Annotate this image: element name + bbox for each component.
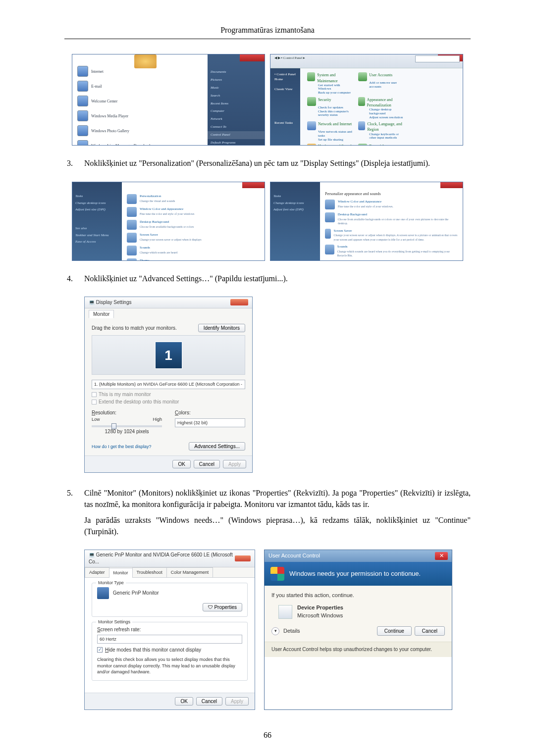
side-item: Documents (208, 68, 265, 76)
item-title: Sounds (337, 245, 458, 250)
ok-button[interactable]: OK (172, 460, 190, 468)
identify-monitors-button[interactable]: Identify Monitors (198, 324, 245, 332)
step-text: Ja parādās uzraksts "Windows needs…" (Wi… (84, 515, 471, 537)
monitor-name: Generic PnP Monitor (113, 590, 159, 597)
side-item: Tasks (273, 194, 317, 199)
item-icon (127, 194, 137, 204)
side-item: Ease of Access (75, 240, 119, 245)
cancel-button[interactable]: Cancel (194, 460, 220, 468)
advanced-settings-button[interactable]: Advanced Settings... (189, 442, 245, 451)
program-icon (77, 96, 88, 106)
item-title: Desktop Background (338, 212, 458, 217)
screenshot-personalization-panel: Tasks Change desktop icons Adjust font s… (270, 182, 463, 261)
cp-classic-view: Classic View (274, 87, 293, 91)
side-item: Adjust font size (DPI) (75, 207, 119, 212)
close-icon[interactable] (230, 299, 248, 305)
screenshot-appearance-panel: Tasks Change desktop icons Adjust font s… (72, 182, 265, 261)
side-item: Search (208, 92, 265, 100)
appearance-sidebar: Tasks Change desktop icons Adjust font s… (72, 182, 122, 260)
group-legend: Monitor Type (96, 580, 126, 586)
ok-button[interactable]: OK (175, 697, 193, 706)
help-link[interactable]: How do I get the best display? (92, 444, 152, 450)
slider-thumb[interactable] (111, 423, 116, 429)
extend-desktop-checkbox: Extend the desktop onto this monitor (92, 399, 245, 405)
uac-dialog: User Account Control ✕ Windows needs you… (264, 550, 452, 710)
troubleshoot-tab[interactable]: Troubleshoot (132, 567, 167, 577)
apply-button[interactable]: Apply (223, 460, 246, 468)
close-icon[interactable]: ✕ (435, 552, 448, 560)
colors-select[interactable]: Highest (32 bit) (175, 418, 245, 428)
low-label: Low (92, 416, 100, 423)
details-link[interactable]: Details (283, 627, 300, 635)
color-management-tab[interactable]: Color Management (166, 567, 214, 577)
item-icon (127, 233, 137, 243)
chevron-down-icon[interactable]: ▾ (271, 627, 279, 635)
step-text: Noklikšķiniet uz "Advanced Settings…" (P… (84, 273, 471, 284)
security-icon (307, 97, 316, 106)
display-settings-dialog: 💻 Display Settings Monitor Drag the icon… (84, 297, 253, 473)
monitor-select[interactable]: 1. (Multiple Monitors) on NVIDIA GeForce… (92, 380, 245, 389)
program-label: Welcome Center (91, 99, 117, 104)
cancel-button[interactable]: Cancel (415, 626, 445, 636)
drag-instruction: Drag the icons to match your monitors. (92, 325, 177, 332)
close-icon (242, 182, 265, 188)
monitor-1-icon[interactable]: 1 (155, 342, 182, 369)
item-desc: Change the visual and sounds (140, 199, 175, 203)
side-item: Connect To (208, 123, 265, 131)
category-head: User Accounts (369, 72, 392, 81)
properties-button[interactable]: 🛡 Properties (203, 603, 242, 611)
resolution-label: esolution: (95, 410, 116, 415)
item-title: Window Color and Appearance (338, 200, 393, 204)
step-3: 3. Noklikšķiniet uz "Personalization" (P… (64, 158, 471, 174)
close-icon[interactable] (235, 555, 251, 561)
item-title: Desktop Background (140, 220, 194, 225)
step-4: 4. Noklikšķiniet uz "Advanced Settings…"… (64, 273, 471, 289)
item-title: Window Color and Appearance (140, 207, 194, 212)
program-name: Device Properties (297, 604, 343, 611)
item-desc: Change your screen saver or adjust when … (334, 233, 458, 242)
item-desc: Fine tune the color and style of your wi… (338, 204, 393, 208)
resolution-slider[interactable] (92, 425, 162, 427)
start-menu-right-side: Documents Pictures Music Search Recent I… (208, 54, 265, 145)
side-item: Taskbar and Start Menu (75, 233, 119, 238)
monitor-preview[interactable]: 1 (92, 335, 245, 375)
dialog-title-bar: 💻 Generic PnP Monitor and NVIDIA GeForce… (85, 550, 255, 567)
category-head: Appearance and Personalization (367, 97, 405, 108)
item-icon (127, 258, 137, 261)
item-desc: Change your screen saver or adjust when … (140, 238, 202, 242)
close-icon (240, 54, 265, 61)
uac-title: User Account Control (268, 552, 320, 559)
cancel-button[interactable]: Cancel (196, 697, 222, 706)
category-head: Security (318, 97, 331, 106)
category-sub: Check this computer's security status (318, 110, 353, 117)
side-item: Adjust font size (DPI) (273, 207, 317, 212)
dialog-title: Display Settings (96, 300, 132, 305)
refresh-label: creen refresh rate: (101, 627, 141, 632)
refresh-rate-select[interactable]: 60 Hertz (97, 635, 242, 644)
step-number: 5. (64, 488, 84, 542)
monitor-tab[interactable]: Monitor (109, 568, 133, 578)
monitor-tab[interactable]: Monitor (89, 310, 114, 318)
item-icon (325, 229, 331, 239)
program-label: Windows Photo Gallery (91, 128, 129, 134)
hide-modes-description: Clearing this check box allows you to se… (97, 656, 242, 675)
item-icon (325, 212, 335, 222)
hardware-icon (307, 144, 316, 146)
item-desc: Change which sounds are heard when you d… (337, 250, 458, 258)
screenshot-row-control-panel: Internet E-mail Welcome Center Windows M… (64, 54, 471, 146)
category-sub: View network status and tasks (318, 130, 353, 138)
hide-modes-checkbox[interactable]: ✓ Hide modes that this monitor cannot di… (97, 647, 242, 654)
user-picture-icon (134, 54, 157, 68)
breadcrumb: Control Panel ▸ (283, 56, 305, 60)
category-head: Network and Internet (318, 121, 352, 130)
apply-button[interactable]: Apply (225, 697, 249, 706)
program-icon (77, 110, 88, 121)
category-sub: Change desktop background (369, 108, 404, 115)
program-icon (77, 125, 88, 136)
category-sub: Set up file sharing (318, 138, 353, 142)
close-icon (440, 182, 463, 188)
adapter-tab[interactable]: Adapter (85, 567, 109, 577)
dialog-title-bar: User Account Control ✕ (265, 550, 452, 562)
continue-button[interactable]: Continue (377, 626, 412, 636)
users-icon (358, 72, 367, 81)
